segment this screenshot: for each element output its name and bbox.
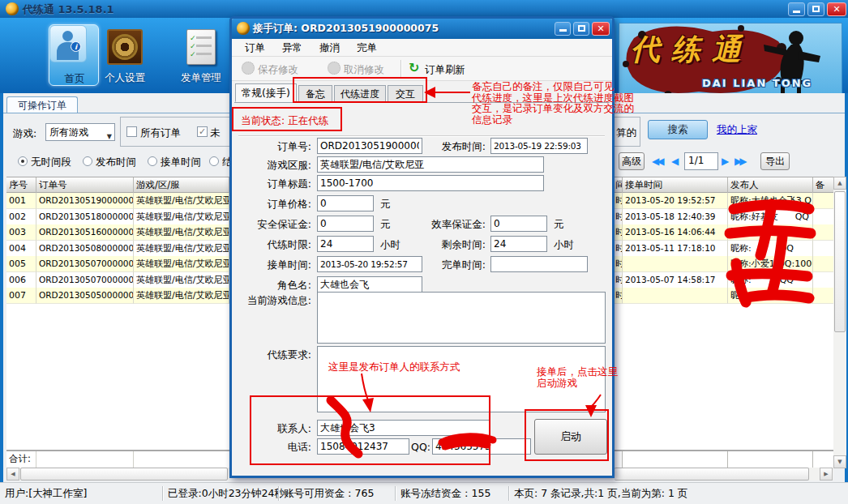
advanced-button[interactable]: 高级 [619,152,645,170]
scroll-right-icon[interactable]: ▶ [820,468,833,481]
nav-next-icon[interactable]: ▶ [722,156,729,167]
table-row[interactable]: 时昵称: QQ [615,288,833,304]
page-indicator[interactable]: 1/1 [684,152,718,170]
radio-settle-time[interactable] [209,156,219,166]
scroll-left-icon[interactable]: ◀ [6,468,19,481]
tab-memo[interactable]: 备忘 [298,85,332,102]
game-info-textarea[interactable] [317,292,606,344]
qq-input[interactable] [432,438,531,455]
finish-time-input[interactable] [490,256,588,272]
taken-time-input[interactable] [317,256,422,272]
hscrollbar-right[interactable]: ▶ [615,468,833,481]
col-taken[interactable]: 接单时间 [623,177,728,194]
role-name-input[interactable] [317,276,422,293]
table-row[interactable]: 时2013-05-07 14:58:17昵称: QQ [615,272,833,288]
toolbar-orders-button[interactable]: ✓ ✓ ✓ 发单管理 [173,24,229,86]
main-titlebar: 代练通 13.5.18.1 [0,0,848,18]
efficiency-deposit-input[interactable] [490,216,547,232]
table-row[interactable]: 006ORD2013050700000007英雄联盟/电信/艾欧尼亚 [6,272,229,288]
hscroll-thumb[interactable] [20,468,228,481]
order-no-input[interactable] [317,138,422,154]
launch-annotation-note: 接单后，点击这里 启动游戏 [537,366,626,388]
maximize-button[interactable] [807,2,824,16]
all-orders-checkbox[interactable] [126,126,137,137]
close-button[interactable]: ✕ [827,2,846,16]
efficiency-deposit-label: 效率保证金: [414,218,486,232]
total-row-left: 合计: [6,451,229,467]
tab-progress[interactable]: 代练进度 [334,85,386,102]
save-changes-button[interactable]: 保存修改 [258,63,298,77]
vscrollbar[interactable]: ▲ ▼ [833,177,846,468]
cancel-changes-button[interactable]: 取消修改 [344,63,384,77]
vscroll-thumb[interactable] [834,191,846,332]
table-row[interactable]: 004ORD2013050800000008英雄联盟/电信/艾欧尼亚 [6,241,229,257]
tab-interact[interactable]: 交互 [388,85,423,102]
col-publisher[interactable]: 发布人 [728,177,813,194]
order-title-label: 订单标题: [237,177,311,191]
scroll-down-icon[interactable]: ▼ [833,455,846,468]
hscrollbar-left[interactable]: ◀ [6,468,229,481]
game-server-input[interactable] [317,156,544,173]
unsettled-checkbox[interactable]: ✓ [197,126,208,137]
table-row[interactable]: 时2013-05-20 19:52:57昵称:大雄也会飞3 Q [615,193,833,209]
tab-operable-orders[interactable]: 可操作订单 [6,96,78,113]
total-label: 合计: [6,451,36,468]
nav-prev-icon[interactable]: ◀ [671,156,679,167]
dialog-titlebar: 接手订单: ORD2013051900000075 ✕ [232,19,612,39]
contact-input[interactable] [317,420,490,436]
nav-first-icon[interactable]: ◀◀ [652,156,662,167]
table-row[interactable]: 时2013-05-16 14:06:44昵称: QQ [615,224,833,241]
radio-taken-time[interactable] [148,156,157,166]
menu-order[interactable]: 订单 [245,41,265,55]
order-title-input[interactable] [317,175,544,191]
radio-no-time[interactable] [18,156,28,166]
phone-input[interactable] [317,438,409,455]
table-row[interactable]: 003ORD2013051600000008英雄联盟/电信/艾欧尼亚 [6,224,229,241]
table-row[interactable]: 时2013-05-18 12:40:39昵称:好基友 QQ [615,209,833,225]
my-upline-link[interactable]: 我的上家 [717,123,757,137]
dialog-minimize-button[interactable] [555,22,571,36]
table-row[interactable]: 时2013-05-11 17:18:10昵称: QQ [615,241,833,257]
publish-time-label: 发布时间: [414,140,486,154]
col-no[interactable]: 序号 [6,177,36,194]
export-button[interactable]: 导出 [760,152,790,170]
launch-button[interactable]: 启动 [534,419,607,455]
gear-icon [107,29,143,65]
col-game[interactable]: 游戏/区/服 [134,177,229,194]
scroll-up-icon[interactable]: ▲ [833,177,846,190]
table-row[interactable]: 时昵称:小爱1 QQ:1000 [615,256,833,272]
menu-abnormal[interactable]: 异常 [282,41,302,55]
menu-revoke[interactable]: 撤消 [319,41,340,55]
col-order[interactable]: 订单号 [36,177,134,194]
menu-finish[interactable]: 完单 [357,41,377,55]
order-refresh-button[interactable]: 订单刷新 [425,63,465,77]
game-filter-value: 所有游戏 [49,126,88,138]
finish-time-label: 完单时间: [414,258,486,272]
publish-time-input[interactable] [490,138,588,154]
table-row[interactable]: 001ORD2013051900000075英雄联盟/电信/艾欧尼亚 [6,193,229,209]
table-row[interactable]: 002ORD2013051800000001英雄联盟/电信/艾欧尼亚 [6,209,229,225]
table-row[interactable]: 005ORD2013050700000028英雄联盟/电信/艾欧尼亚 [6,256,229,272]
status-available-funds: 账号可用资金：765 [284,487,374,501]
minimize-button[interactable] [788,2,805,16]
clipboard-icon: ✓ ✓ ✓ [186,29,216,65]
col-note[interactable]: 备 [813,177,833,194]
table-row[interactable]: 007ORD2013050500000018英雄联盟/电信/艾欧尼亚 [6,288,229,304]
status-page-info: 本页: 7 条记录,共:1 页,当前为第: 1 页 [514,487,687,501]
cancel-icon [328,62,340,75]
remain-time-input[interactable] [490,236,547,252]
table-rows-right: 时2013-05-20 19:52:57昵称:大雄也会飞3 Q 时2013-05… [615,193,833,304]
time-limit-input[interactable] [317,236,374,252]
tab-general[interactable]: 常规(接手) [235,83,297,102]
price-input[interactable] [317,195,374,211]
dialog-close-button[interactable]: ✕ [592,22,610,36]
safe-deposit-input[interactable] [317,216,374,232]
nav-last-icon[interactable]: ▶▶ [735,156,744,167]
hscroll-thumb-right[interactable] [615,468,809,481]
toolbar-home-button[interactable]: i 首页 [49,24,99,86]
dialog-maximize-button[interactable] [573,22,589,36]
radio-publish-time[interactable] [83,156,92,166]
status-user: 用户:[大神工作室] [5,487,87,501]
game-filter-dropdown[interactable]: 所有游戏 ▼ [45,123,115,141]
toolbar-settings-button[interactable]: 个人设置 [97,24,152,86]
